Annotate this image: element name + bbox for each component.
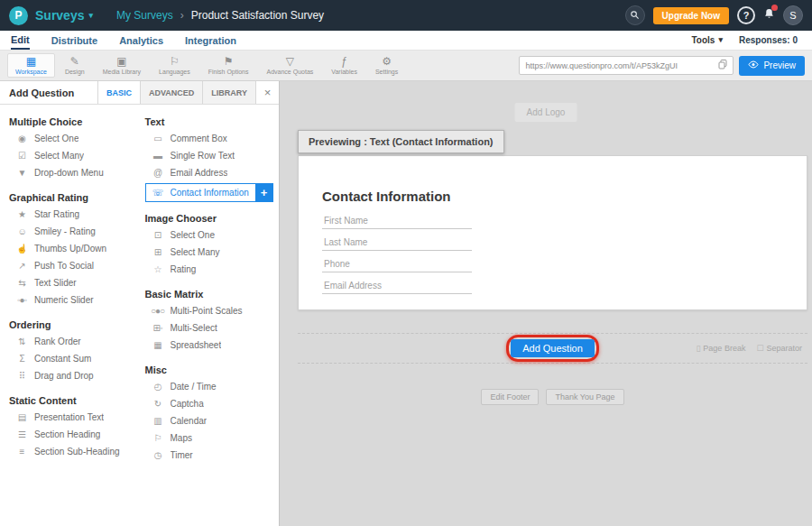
page-break-icon: ▯ (696, 344, 700, 353)
toolbar-languages[interactable]: ⚐Languages (151, 53, 198, 78)
question-type-smiley-rating[interactable]: ☺Smiley - Rating (9, 223, 138, 240)
separator-icon: ☐ (756, 344, 763, 353)
question-type-label: Multi-Point Scales (171, 306, 243, 316)
media-library-icon: ▣ (116, 56, 126, 68)
topbar-actions: Upgrade Now ? S (625, 5, 803, 25)
thank-you-page-button[interactable]: Thank You Page (546, 389, 623, 405)
question-type-label: Push To Social (34, 261, 94, 271)
question-type-select-one[interactable]: ⊡Select One (145, 226, 274, 244)
breadcrumb: My Surveys › Product Satisfaction Survey (116, 9, 324, 22)
question-type-timer[interactable]: ◷Timer (145, 447, 274, 464)
copy-link-icon[interactable] (718, 60, 727, 71)
settings-icon: ⚙ (382, 56, 392, 68)
question-type-rating[interactable]: ☆Rating (145, 261, 274, 278)
toolbar-media-library[interactable]: ▣Media Library (95, 53, 149, 78)
add-question-button[interactable]: Add Question (511, 339, 595, 357)
question-type-calendar[interactable]: ▥Calendar (145, 412, 274, 429)
question-type-drop-down-menu[interactable]: ▼Drop-down Menu (9, 164, 138, 181)
design-icon: ✎ (70, 56, 79, 68)
page-break-toggle[interactable]: ▯ Page Break (696, 344, 745, 353)
close-panel-button[interactable]: × (255, 81, 279, 104)
question-type-label: Drop-down Menu (34, 168, 104, 178)
question-type-label: Captcha (171, 399, 204, 409)
survey-url-box[interactable]: https://www.questionpro.com/t/AP53kZgUI (519, 56, 734, 75)
separator-label: Separator (766, 344, 802, 353)
question-type-comment-box[interactable]: ▭Comment Box (145, 130, 274, 147)
surveys-menu[interactable]: Surveys ▾ (35, 8, 93, 23)
question-type-multi-point-scales[interactable]: ○●○Multi-Point Scales (145, 302, 274, 319)
panel-tab-library[interactable]: LIBRARY (202, 81, 255, 104)
avatar[interactable]: S (783, 5, 803, 25)
responses-count[interactable]: Responses: 0 (739, 35, 798, 45)
toolbar-workspace[interactable]: ▦Workspace (7, 53, 55, 78)
toolbar-advance-quotas[interactable]: ▽Advance Quotas (259, 53, 322, 78)
question-type-select-many[interactable]: ☑Select Many (9, 147, 138, 164)
question-type-label: Maps (171, 433, 192, 443)
question-type-multi-select[interactable]: ⊞◦Multi-Select (145, 319, 274, 337)
tools-menu[interactable]: Tools ▾ (692, 35, 723, 45)
question-type-section-sub-heading[interactable]: ≡Section Sub-Heading (9, 443, 138, 460)
add-logo-button[interactable]: Add Logo (515, 103, 577, 122)
rank-order-icon: ⇅ (14, 337, 30, 346)
workspace-icon: ▦ (26, 56, 36, 68)
breadcrumb-my-surveys[interactable]: My Surveys (116, 9, 173, 22)
tab-edit[interactable]: Edit (11, 31, 30, 50)
search-button[interactable] (625, 5, 645, 25)
question-type-maps[interactable]: ⚐Maps (145, 429, 274, 447)
toolbar-settings[interactable]: ⚙Settings (367, 53, 406, 78)
upgrade-now-button[interactable]: Upgrade Now (653, 7, 729, 24)
field-last-name[interactable] (322, 229, 472, 251)
presentation-text-icon: ▤ (14, 412, 30, 422)
tab-analytics[interactable]: Analytics (119, 31, 163, 50)
toolbar-design[interactable]: ✎Design (57, 53, 93, 78)
question-type-label: Numeric Slider (34, 295, 94, 305)
question-type-presentation-text[interactable]: ▤Presentation Text (9, 409, 138, 426)
question-type-select-many[interactable]: ⊞Select Many (145, 244, 274, 261)
edit-footer-button[interactable]: Edit Footer (481, 389, 539, 405)
question-type-single-row-text[interactable]: ▬Single Row Text (145, 147, 274, 164)
separator-toggle[interactable]: ☐ Separator (756, 344, 802, 353)
tab-integration[interactable]: Integration (185, 31, 236, 50)
question-type-captcha[interactable]: ↻Captcha (145, 395, 274, 412)
toolbar-finish-options[interactable]: ⚑Finish Options (200, 53, 257, 78)
timer-icon: ◷ (150, 450, 166, 460)
field-phone[interactable] (322, 251, 472, 272)
question-type-spreadsheet[interactable]: ▦Spreadsheet (145, 337, 274, 354)
question-type-star-rating[interactable]: ★Star Rating (9, 206, 138, 223)
toolbar-variables[interactable]: ƒVariables (323, 53, 365, 78)
question-type-constant-sum[interactable]: ΣConstant Sum (9, 350, 138, 367)
question-type-section-heading[interactable]: ☰Section Heading (9, 426, 138, 443)
question-type-rank-order[interactable]: ⇅Rank Order (9, 333, 138, 350)
panel-tab-advanced[interactable]: ADVANCED (140, 81, 202, 104)
question-type-email-address[interactable]: @Email Address (145, 164, 274, 181)
notifications-button[interactable] (763, 7, 775, 23)
question-type-contact-information[interactable]: ☏Contact Information+ (145, 183, 274, 202)
question-type-columns: Multiple Choice◉Select One☑Select Many▼D… (0, 105, 279, 464)
star-icon: ★ (14, 209, 30, 219)
question-type-date-time[interactable]: ◴Date / Time (145, 378, 274, 395)
add-selected-question-button[interactable]: + (255, 184, 272, 201)
tab-distribute[interactable]: Distribute (51, 31, 97, 50)
question-type-select-one[interactable]: ◉Select One (9, 130, 138, 147)
panel-tab-basic[interactable]: BASIC (97, 81, 140, 104)
question-type-text-slider[interactable]: ⇆Text Slider (9, 274, 138, 291)
preview-button[interactable]: Preview (739, 56, 805, 76)
help-button[interactable]: ? (737, 6, 755, 24)
question-type-thumbs-up-down[interactable]: ☝Thumbs Up/Down (9, 240, 138, 257)
main-nav: EditDistributeAnalyticsIntegration Tools… (0, 31, 812, 51)
section-heading-misc: Misc (145, 365, 274, 375)
smiley-icon: ☺ (14, 226, 30, 236)
question-type-push-to-social[interactable]: ↗Push To Social (9, 257, 138, 274)
question-type-numeric-slider[interactable]: ◦●◦Numeric Slider (9, 291, 138, 309)
field-email-address[interactable] (322, 272, 472, 294)
questionpro-logo[interactable]: P (9, 6, 28, 25)
numeric-slider-icon: ◦●◦ (14, 295, 30, 305)
toolbar: ▦Workspace✎Design▣Media Library⚐Language… (0, 51, 812, 81)
question-type-drag-and-drop[interactable]: ⠿Drag and Drop (9, 367, 138, 384)
topbar: P Surveys ▾ My Surveys › Product Satisfa… (0, 0, 812, 31)
field-first-name[interactable] (322, 208, 472, 229)
section-heading-static-content: Static Content (9, 395, 138, 406)
questionpro-app: P Surveys ▾ My Surveys › Product Satisfa… (0, 0, 812, 526)
question-type-label: Select One (171, 230, 215, 240)
eye-icon (748, 60, 759, 70)
